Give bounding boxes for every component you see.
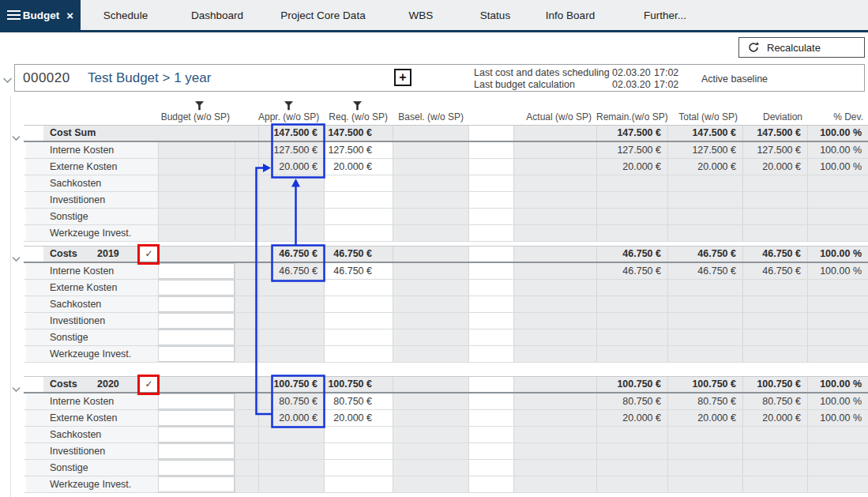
gap-cell: [468, 209, 513, 224]
gap-cell: [468, 126, 513, 141]
group-row-2019: Costs2019✓46.750 €46.750 €46.750 €46.750…: [24, 246, 868, 263]
gridline: [468, 159, 469, 175]
req-cell[interactable]: [324, 192, 393, 208]
gap-cell: [468, 427, 513, 442]
gap-cell: [468, 192, 513, 208]
cell-pdev: 100.00 %: [807, 159, 868, 175]
gridline: [742, 225, 743, 241]
req-cell[interactable]: [324, 175, 393, 191]
row-label: Sachkosten: [50, 427, 101, 442]
chevron-down-icon[interactable]: [12, 251, 21, 258]
gap-cell: [468, 142, 513, 158]
req-cell[interactable]: [324, 329, 393, 345]
gridline: [258, 313, 259, 329]
gridline: [393, 247, 393, 262]
row-label: Werkzeuge Invest.: [50, 225, 131, 241]
gridline: [258, 209, 259, 224]
req-cell[interactable]: [324, 296, 393, 312]
gridline: [393, 410, 393, 426]
chevron-down-icon[interactable]: [12, 382, 21, 388]
cell-deviation: 80.750 €: [742, 393, 807, 409]
gridline: [667, 476, 668, 492]
req-cell[interactable]: [324, 476, 393, 492]
gridline: [158, 346, 159, 362]
gridline: [324, 329, 325, 345]
gridline: [393, 225, 393, 241]
chevron-down-icon[interactable]: [12, 130, 21, 137]
row-label: Interne Kosten: [50, 142, 114, 158]
gridline: [393, 313, 393, 329]
cell-deviation: 100.750 €: [742, 377, 807, 392]
gridline: [667, 175, 668, 191]
cell-total: 46.750 €: [667, 247, 742, 262]
cell-appr: 100.750 €: [258, 377, 324, 392]
gridline: [158, 209, 159, 224]
req-cell[interactable]: [324, 346, 393, 362]
cell-remain: 147.500 €: [596, 126, 667, 141]
gridline: [468, 329, 469, 345]
req-cell[interactable]: [324, 313, 393, 329]
table-row: Werkzeuge Invest.: [24, 476, 868, 493]
budget-input-cell[interactable]: [158, 280, 235, 296]
budget-input-cell[interactable]: [158, 346, 235, 362]
budget-input-cell[interactable]: [158, 476, 235, 492]
gridline: [468, 225, 469, 241]
gridline: [158, 263, 159, 279]
cell-remain: 127.500 €: [596, 142, 667, 158]
cell-remain: 46.750 €: [596, 263, 667, 279]
gridline: [742, 209, 743, 224]
row-label: Sonstige: [50, 460, 88, 476]
gridline: [235, 460, 235, 476]
gridline: [235, 263, 235, 279]
group-checkbox[interactable]: ✓: [139, 377, 159, 392]
gridline: [468, 476, 469, 492]
cell-total: 127.500 €: [667, 142, 742, 158]
req-cell[interactable]: [324, 280, 393, 296]
budget-input-cell[interactable]: [158, 263, 235, 279]
budget-input-cell[interactable]: [158, 329, 235, 345]
req-cell[interactable]: [324, 427, 393, 442]
budget-input-cell[interactable]: [158, 443, 235, 459]
budget-input-cell[interactable]: [158, 313, 235, 329]
group-label: Cost Sum: [50, 126, 96, 141]
gridline: [158, 427, 159, 442]
req-cell[interactable]: [324, 225, 393, 241]
gridline: [235, 225, 235, 241]
gridline: [468, 460, 469, 476]
gridline: [513, 225, 514, 241]
gridline: [468, 209, 469, 224]
gridline: [324, 427, 325, 442]
gridline: [468, 443, 469, 459]
gridline: [596, 329, 597, 345]
gridline: [393, 280, 393, 296]
req-cell[interactable]: [324, 460, 393, 476]
gridline: [393, 209, 393, 224]
req-cell[interactable]: [324, 443, 393, 459]
budget-input-cell[interactable]: [158, 296, 235, 312]
gridline: [596, 313, 597, 329]
cell-appr: 20.000 €: [258, 410, 324, 426]
group-checkbox[interactable]: ✓: [139, 247, 159, 262]
gridline: [807, 476, 808, 492]
budget-input-cell[interactable]: [158, 410, 235, 426]
gridline: [667, 296, 668, 312]
gridline: [596, 209, 597, 224]
row-label: Investitionen: [50, 443, 105, 459]
cell-appr: 46.750 €: [258, 247, 324, 262]
gridline: [807, 313, 808, 329]
gridline: [468, 263, 469, 279]
gridline: [807, 443, 808, 459]
gridline: [158, 313, 159, 329]
gridline: [235, 393, 235, 409]
req-cell[interactable]: [324, 209, 393, 224]
cell-appr: 80.750 €: [258, 393, 324, 409]
gridline: [393, 159, 393, 175]
cell-req: 20.000 €: [324, 159, 393, 175]
gap-cell: [468, 247, 513, 262]
budget-input-cell[interactable]: [158, 427, 235, 442]
gridline: [158, 460, 159, 476]
gridline: [258, 329, 259, 345]
budget-input-cell[interactable]: [158, 393, 235, 409]
budget-input-cell[interactable]: [158, 460, 235, 476]
cell-remain: 46.750 €: [596, 247, 667, 262]
